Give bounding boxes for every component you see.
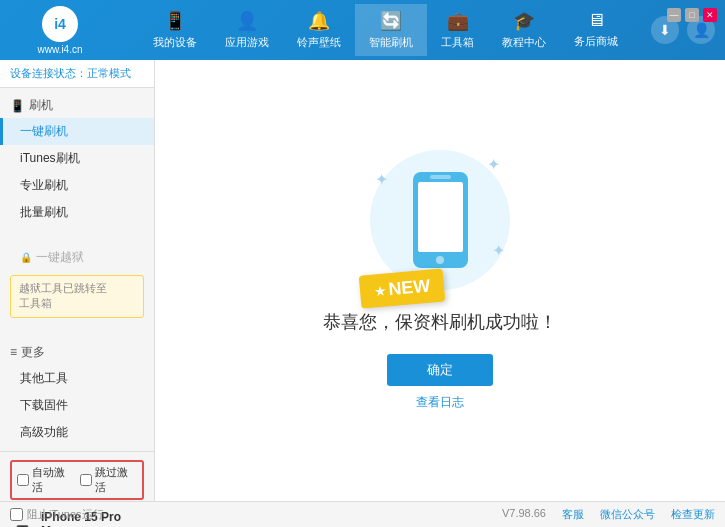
smart-flash-icon: 🔄: [380, 10, 402, 32]
sparkle-1-icon: ✦: [487, 155, 500, 174]
nav-my-device-label: 我的设备: [153, 35, 197, 50]
app-logo: i4 www.i4.cn: [10, 6, 110, 55]
flash-section-icon: 📱: [10, 99, 25, 113]
download-firmware-label: 下载固件: [20, 397, 68, 414]
onekey-flash-label: 一键刷机: [20, 123, 68, 140]
jailbreak-label: 一键越狱: [36, 249, 84, 266]
apps-games-icon: 👤: [236, 10, 258, 32]
itunes-flash-label: iTunes刷机: [20, 150, 80, 167]
sidebar-more-section: ≡ 更多 其他工具 下载固件 高级功能: [0, 335, 154, 451]
nav-smart-flash-label: 智能刷机: [369, 35, 413, 50]
sidebar-item-batch-flash[interactable]: 批量刷机: [0, 199, 154, 226]
sidebar-item-onekey-flash[interactable]: 一键刷机: [0, 118, 154, 145]
svg-point-2: [436, 256, 444, 264]
logo-subtext: www.i4.cn: [37, 44, 82, 55]
status-value: 正常模式: [87, 67, 131, 79]
confirm-button[interactable]: 确定: [387, 354, 493, 386]
stop-itunes-checkbox[interactable]: [10, 508, 23, 521]
sidebar-item-itunes-flash[interactable]: iTunes刷机: [0, 145, 154, 172]
toolbox-icon: 💼: [447, 10, 469, 32]
more-section-icon: ≡: [10, 345, 17, 359]
nav-apps-games[interactable]: 👤 应用游戏: [211, 4, 283, 56]
ringtone-icon: 🔔: [308, 10, 330, 32]
nav-ringtone[interactable]: 🔔 铃声壁纸: [283, 4, 355, 56]
nav-tutorial[interactable]: 🎓 教程中心: [488, 4, 560, 56]
window-close-button[interactable]: ✕: [703, 8, 717, 22]
status-label: 设备连接状态：: [10, 67, 87, 79]
batch-flash-label: 批量刷机: [20, 204, 68, 221]
window-minimize-button[interactable]: —: [667, 8, 681, 22]
sidebar-item-advanced[interactable]: 高级功能: [0, 419, 154, 446]
sidebar-item-jailbreak: 🔒 一键越狱: [0, 244, 154, 271]
new-badge: NEW: [359, 268, 446, 308]
pro-flash-label: 专业刷机: [20, 177, 68, 194]
main-content: ✦ ✦ ✦ NEW 恭喜您，保资料刷机成功啦！ 确定 查看日志: [155, 60, 725, 501]
footer-left: 阻止iTunes运行: [10, 507, 104, 522]
success-illustration: ✦ ✦ ✦ NEW: [370, 150, 510, 290]
sidebar-jailbreak-section: 🔒 一键越狱 越狱工具已跳转至工具箱: [0, 239, 154, 327]
sidebar: 设备连接状态：正常模式 📱 刷机 一键刷机 iTunes刷机 专业刷机 批量刷机: [0, 60, 155, 501]
sidebar-item-download-firmware[interactable]: 下载固件: [0, 392, 154, 419]
phone-bg-circle: ✦ ✦ ✦ NEW: [370, 150, 510, 290]
auto-activate-checkbox[interactable]: [17, 474, 29, 486]
svg-rect-3: [430, 175, 451, 179]
bypass-activation-checkbox-item[interactable]: 跳过激活: [80, 465, 137, 495]
nav-toolbox-label: 工具箱: [441, 35, 474, 50]
sparkle-3-icon: ✦: [492, 241, 505, 260]
window-maximize-button[interactable]: □: [685, 8, 699, 22]
nav-apps-games-label: 应用游戏: [225, 35, 269, 50]
tutorial-icon: 🎓: [513, 10, 535, 32]
sidebar-section-flash-header: 📱 刷机: [0, 93, 154, 118]
bypass-activation-label: 跳过激活: [95, 465, 137, 495]
phone-illustration: [408, 170, 473, 270]
logo-icon: i4: [42, 6, 78, 42]
check-update-link[interactable]: 检查更新: [671, 507, 715, 522]
wechat-link[interactable]: 微信公众号: [600, 507, 655, 522]
version-label: V7.98.66: [502, 507, 546, 522]
nav-ringtone-label: 铃声壁纸: [297, 35, 341, 50]
jailbreak-notice: 越狱工具已跳转至工具箱: [10, 275, 144, 318]
service-icon: 🖥: [587, 10, 605, 31]
nav-tutorial-label: 教程中心: [502, 35, 546, 50]
advanced-label: 高级功能: [20, 424, 68, 441]
success-title: 恭喜您，保资料刷机成功啦！: [323, 310, 557, 334]
nav-toolbox[interactable]: 💼 工具箱: [427, 4, 488, 56]
sidebar-section-more-header: ≡ 更多: [0, 340, 154, 365]
skin-link[interactable]: 客服: [562, 507, 584, 522]
sidebar-item-pro-flash[interactable]: 专业刷机: [0, 172, 154, 199]
stop-itunes-label: 阻止iTunes运行: [27, 507, 104, 522]
auto-activate-label: 自动激活: [32, 465, 74, 495]
sidebar-item-other-tools[interactable]: 其他工具: [0, 365, 154, 392]
sidebar-flash-section: 📱 刷机 一键刷机 iTunes刷机 专业刷机 批量刷机: [0, 88, 154, 231]
nav-bar: 📱 我的设备 👤 应用游戏 🔔 铃声壁纸 🔄 智能刷机 💼 工具箱 🎓: [120, 4, 651, 56]
bypass-activation-checkbox[interactable]: [80, 474, 92, 486]
svg-rect-1: [418, 182, 463, 252]
notice-text: 越狱工具已跳转至工具箱: [19, 282, 107, 309]
nav-smart-flash[interactable]: 🔄 智能刷机: [355, 4, 427, 56]
nav-my-device[interactable]: 📱 我的设备: [139, 4, 211, 56]
other-tools-label: 其他工具: [20, 370, 68, 387]
nav-service[interactable]: 🖥 务后商城: [560, 4, 632, 56]
flash-section-label: 刷机: [29, 97, 53, 114]
auto-activate-checkbox-item[interactable]: 自动激活: [17, 465, 74, 495]
view-log-link[interactable]: 查看日志: [416, 394, 464, 411]
auto-activate-row: 自动激活 跳过激活: [10, 460, 144, 500]
footer-right: V7.98.66 客服 微信公众号 检查更新: [502, 507, 715, 522]
status-bar: 设备连接状态：正常模式: [0, 60, 154, 88]
more-section-label: 更多: [21, 344, 45, 361]
my-device-icon: 📱: [164, 10, 186, 32]
sparkle-2-icon: ✦: [375, 170, 388, 189]
new-badge-text: NEW: [387, 276, 431, 300]
nav-service-label: 务后商城: [574, 34, 618, 49]
